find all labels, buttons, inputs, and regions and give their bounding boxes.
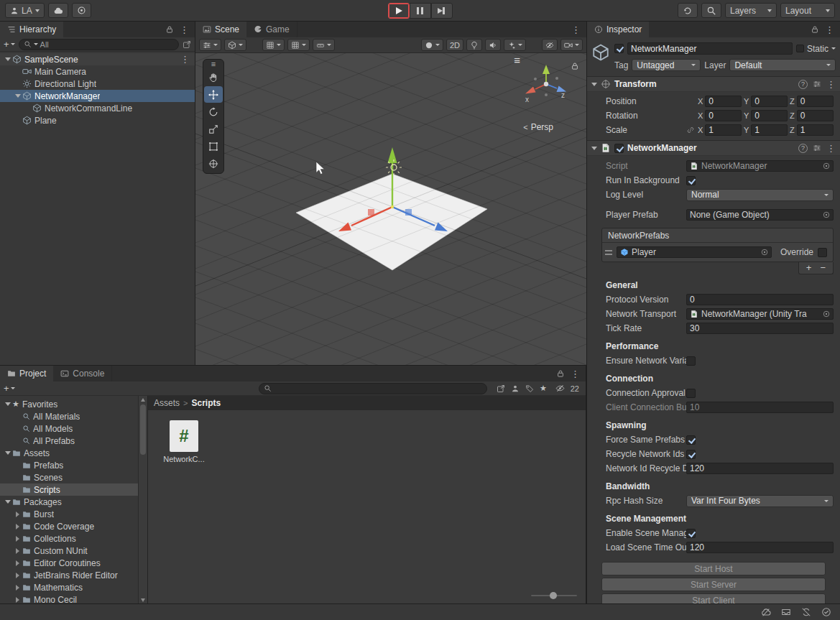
rect-tool-button[interactable]	[204, 138, 223, 154]
ensure-network-variable-checkbox[interactable]	[686, 356, 696, 366]
networkmanager-component-header[interactable]: NetworkManager ? ⋮	[587, 140, 840, 156]
layers-dropdown[interactable]: Layers	[725, 3, 777, 18]
hierarchy-item-networkmanager[interactable]: NetworkManager	[0, 90, 195, 102]
assets-folder-prefabs[interactable]: Prefabs	[0, 459, 138, 471]
run-in-background-checkbox[interactable]	[686, 176, 696, 185]
create-asset-button[interactable]: +	[4, 383, 15, 394]
foldout-icon[interactable]	[5, 500, 11, 504]
list-header[interactable]: NetworkPrefabs	[602, 228, 833, 243]
lock-icon[interactable]	[811, 25, 819, 34]
foldout-icon[interactable]	[15, 94, 21, 98]
shading-mode-dropdown[interactable]	[421, 39, 443, 51]
tab-inspector[interactable]: Inspector	[587, 22, 649, 37]
remove-element-button[interactable]: −	[820, 263, 826, 272]
rotation-x-field[interactable]: 0	[705, 110, 742, 121]
force-same-prefabs-checkbox[interactable]	[686, 435, 696, 445]
recycle-network-ids-checkbox[interactable]	[686, 450, 696, 459]
background-tasks-icon[interactable]	[821, 607, 831, 617]
hidden-items-eye-icon[interactable]	[555, 384, 565, 393]
foldout-icon[interactable]	[16, 512, 19, 517]
search-options-icon[interactable]	[183, 40, 191, 49]
kebab-menu-icon[interactable]: ⋮	[825, 25, 834, 34]
slider-knob[interactable]	[550, 592, 557, 599]
foldout-icon[interactable]	[16, 597, 19, 603]
component-enabled-checkbox[interactable]	[614, 144, 624, 153]
object-picker-icon[interactable]	[822, 210, 831, 219]
scrollbar-thumb[interactable]	[140, 404, 146, 455]
object-picker-icon[interactable]	[760, 248, 769, 256]
layout-dropdown[interactable]: Layout	[780, 3, 835, 18]
list-item[interactable]: Player Override	[602, 243, 833, 262]
create-add-button[interactable]: +	[4, 39, 15, 50]
help-icon[interactable]: ?	[798, 144, 808, 153]
tab-console[interactable]: Console	[53, 366, 112, 381]
favorite-search-icon[interactable]: ★	[540, 384, 547, 392]
transform-component-header[interactable]: Transform ? ⋮	[587, 76, 840, 92]
tab-project[interactable]: Project	[0, 366, 53, 381]
pivot-dropdown[interactable]	[224, 39, 246, 51]
tool-settings-dropdown[interactable]	[199, 39, 221, 51]
start-host-button[interactable]: Start Host	[601, 562, 826, 575]
rpc-hash-size-dropdown[interactable]: Var Int Four Bytes	[686, 495, 834, 507]
kebab-menu-icon[interactable]: ⋮	[180, 55, 192, 64]
assets-folder-scenes[interactable]: Scenes	[0, 471, 138, 483]
overlay-menu-icon[interactable]: ≡	[514, 55, 520, 65]
rotate-tool-button[interactable]	[204, 103, 223, 120]
drag-handle-icon[interactable]	[605, 250, 612, 255]
rotation-z-field[interactable]: 0	[797, 110, 834, 121]
connection-approval-checkbox[interactable]	[686, 389, 696, 398]
favorites-item-all-materials[interactable]: All Materials	[0, 410, 138, 422]
rotation-y-field[interactable]: 0	[751, 110, 788, 121]
static-checkbox[interactable]	[796, 45, 804, 52]
cloud-offline-icon[interactable]	[761, 607, 771, 617]
hierarchy-item-directional-light[interactable]: Directional Light	[0, 78, 195, 90]
tick-rate-field[interactable]: 30	[686, 323, 834, 334]
kebab-menu-icon[interactable]: ⋮	[571, 25, 581, 34]
kebab-menu-icon[interactable]: ⋮	[180, 25, 189, 34]
scene-viewport[interactable]: x z ≡ ≡	[195, 53, 586, 365]
package-item-mathematics[interactable]: Mathematics	[0, 581, 138, 593]
enable-scene-management-checkbox[interactable]	[686, 529, 696, 538]
kebab-menu-icon[interactable]: ⋮	[826, 80, 836, 89]
package-item-jetbrains-rider-editor[interactable]: JetBrains Rider Editor	[0, 569, 138, 581]
auto-refresh-disabled-icon[interactable]	[801, 607, 811, 617]
lighting-toggle[interactable]	[466, 39, 482, 51]
view-tool-button[interactable]	[204, 69, 223, 85]
start-server-button[interactable]: Start Server	[601, 578, 826, 591]
package-item-custom-nunit[interactable]: Custom NUnit	[0, 545, 138, 557]
transform-tool-button[interactable]	[204, 155, 223, 172]
pause-button[interactable]	[410, 3, 431, 19]
foldout-icon[interactable]	[591, 83, 597, 86]
foldout-icon[interactable]	[5, 57, 11, 61]
foldout-icon[interactable]	[5, 402, 11, 406]
scroll-down-icon[interactable]	[141, 598, 145, 602]
project-tree-assets[interactable]: Assets	[0, 447, 138, 459]
kebab-menu-icon[interactable]: ⋮	[826, 144, 836, 153]
audio-toggle[interactable]	[485, 39, 501, 51]
cloud-services-button[interactable]	[48, 3, 68, 18]
favorites-item-all-prefabs[interactable]: All Prefabs	[0, 435, 138, 447]
camera-settings-dropdown[interactable]	[560, 39, 583, 51]
position-z-field[interactable]: 0	[797, 96, 834, 107]
position-x-field[interactable]: 0	[705, 96, 742, 107]
package-item-code-coverage[interactable]: Code Coverage	[0, 520, 138, 532]
prefab-object-field[interactable]: Player	[617, 246, 772, 258]
active-checkbox[interactable]	[614, 44, 624, 53]
presets-icon[interactable]	[813, 80, 821, 88]
tab-scene[interactable]: Scene	[195, 22, 246, 37]
foldout-icon[interactable]	[16, 548, 19, 554]
play-button[interactable]	[388, 3, 410, 19]
foldout-icon[interactable]	[16, 524, 19, 529]
open-search-window-icon[interactable]	[497, 384, 505, 393]
hierarchy-item-samplescene[interactable]: SampleScene ⋮	[0, 53, 195, 65]
scale-z-field[interactable]: 1	[797, 124, 834, 136]
hierarchy-search-input[interactable]: All	[19, 39, 179, 50]
undo-history-button[interactable]	[678, 3, 698, 18]
kebab-menu-icon[interactable]: ⋮	[571, 369, 580, 379]
scene-visibility-toggle[interactable]	[542, 39, 558, 51]
position-y-field[interactable]: 0	[751, 96, 788, 107]
foldout-icon[interactable]	[591, 147, 597, 150]
package-item-editor-coroutines[interactable]: Editor Coroutines	[0, 557, 138, 569]
tab-hierarchy[interactable]: Hierarchy	[0, 22, 63, 37]
scene-canvas[interactable]: x z	[195, 53, 586, 365]
